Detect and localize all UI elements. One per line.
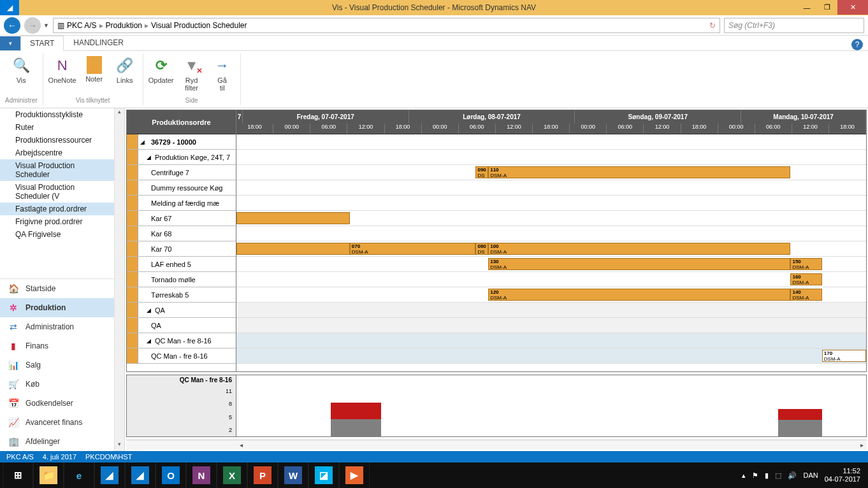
nav-adv-finance[interactable]: 📈Avanceret finans [0,413,124,432]
lang-indicator[interactable]: DAN [803,471,818,479]
gantt-row[interactable]: 130DSM-A 150DSM-A [236,257,866,272]
nav-finance[interactable]: ▮Finans [0,336,124,355]
excel-button[interactable]: X [217,463,247,488]
powerpoint-button[interactable]: P [247,463,278,488]
gantt-row[interactable] [236,196,866,211]
gantt-bar[interactable]: 140DSM-A [790,289,821,301]
left-scrollbar[interactable]: ▴ ▾ [114,108,124,451]
gantt-row[interactable] [236,333,866,348]
refresh-icon[interactable]: ↻ [709,21,716,30]
outlook-button[interactable]: O [156,463,186,488]
gantt-bar[interactable]: 120DSM-A [488,289,790,301]
gantt-row[interactable] [236,180,866,196]
list-item[interactable]: Frigivne prod.ordrer [0,215,114,228]
breadcrumb-part2[interactable]: Produktion [106,21,142,30]
gantt-row[interactable]: 070DSM-A 080DS 100DSM-A [236,241,866,257]
horizontal-scrollbar[interactable]: ◂ ▸ [126,440,867,450]
nav-home[interactable]: 🏠Startside [0,279,124,298]
maximize-button[interactable]: ❐ [817,0,837,15]
table-row[interactable]: ◢QA [127,303,236,318]
tray-up-icon[interactable]: ▴ [742,471,746,480]
gantt-row[interactable] [236,226,866,241]
gantt-row[interactable] [236,211,866,226]
tab-start[interactable]: START [20,36,64,51]
flag-icon[interactable]: ⚑ [752,471,758,480]
goto-button[interactable]: → Gå til [210,55,235,96]
gantt-bar[interactable] [236,212,350,224]
gantt-bar[interactable]: 170DSM-A [822,350,866,362]
table-row[interactable]: Kar 70 [127,241,236,257]
table-row[interactable]: ◢QC Man - fre 8-16 [127,333,236,348]
gantt-bar[interactable]: 080DS [475,243,488,255]
scroll-up-icon[interactable]: ▴ [115,108,124,118]
gantt-row[interactable]: 170DSM-A [236,348,866,364]
gantt-bar[interactable]: 110DSM-A [488,166,790,178]
links-button[interactable]: 🔗 Links [112,55,138,96]
gantt-bar[interactable] [236,243,350,255]
gantt-row[interactable] [236,134,866,150]
nav-approvals[interactable]: 📅Godkendelser [0,394,124,413]
gantt-timeline[interactable]: 7 Fredag, 07-07-2017 Lørdag, 08-07-2017 … [236,110,866,371]
onenote-button[interactable]: N OneNote [48,55,76,96]
gantt-bar[interactable]: 150DSM-A [790,258,821,270]
explorer-button[interactable]: 📁 [33,463,64,488]
breadcrumb[interactable]: ▥ PKC A/S ▸ Produktion ▸ Visual Producti… [53,18,720,33]
forward-button[interactable]: → [24,17,41,34]
table-row[interactable]: LAF enhed 5 [127,257,236,272]
gantt-row[interactable]: 160DSM-A [236,272,866,287]
list-item[interactable]: Ruter [0,121,114,134]
nav-app2-button[interactable]: ◢ [125,463,156,488]
gantt-bar[interactable]: 160DSM-A [790,273,821,285]
nav-sales[interactable]: 📊Salg [0,355,124,375]
notes-button[interactable]: Noter [82,55,107,96]
gantt-bar[interactable]: 090DS [475,166,488,178]
history-dropdown-icon[interactable]: ▼ [43,22,49,29]
gantt-bar[interactable]: 070DSM-A [350,243,476,255]
table-row[interactable]: ◢36729 - 10000 [127,134,236,150]
table-row[interactable]: Kar 67 [127,211,236,226]
nav-departments[interactable]: 🏢Afdelinger [0,432,124,451]
scroll-down-icon[interactable]: ▾ [115,441,124,451]
nav-production[interactable]: ✲Produktion [0,298,124,317]
table-row[interactable]: Centrifuge 7 [127,165,236,180]
onenote-tb-button[interactable]: N [186,463,217,488]
gantt-row[interactable]: 120DSM-A 140DSM-A [236,287,866,303]
load-chart-body[interactable] [236,375,866,436]
start-button[interactable]: ⊞ [3,463,33,488]
gantt-row[interactable] [236,318,866,333]
clock[interactable]: 11:52 04-07-2017 [825,467,860,484]
table-row[interactable]: Kar 68 [127,226,236,241]
list-item-selected[interactable]: Visual Production Scheduler [0,159,114,181]
help-icon[interactable]: ? [851,39,863,50]
nav-admin[interactable]: ⇄Administration [0,317,124,336]
close-button[interactable]: ✕ [837,0,868,15]
breadcrumb-part3[interactable]: Visual Production Scheduler [151,21,247,30]
list-item[interactable]: Produktionsressourcer [0,134,114,147]
volume-icon[interactable]: 🔊 [788,471,797,480]
table-row[interactable]: Melding af færdig mæ [127,196,236,211]
search-input[interactable]: Søg (Ctrl+F3) [724,18,864,33]
scroll-right-icon[interactable]: ▸ [857,441,867,449]
power-icon[interactable]: ▮ [765,471,769,480]
word-button[interactable]: W [278,463,308,488]
table-row[interactable]: Tornado mølle [127,272,236,287]
tab-actions[interactable]: HANDLINGER [64,35,133,50]
gantt-row[interactable] [236,303,866,318]
list-item[interactable]: Visual Production Scheduler (V [0,181,114,203]
scroll-left-icon[interactable]: ◂ [236,441,246,449]
app2-button[interactable]: ▶ [339,463,370,488]
table-row[interactable]: Tørreskab 5 [127,287,236,303]
list-item[interactable]: Produktionsstykliste [0,108,114,121]
nav-app-button[interactable]: ◢ [94,463,125,488]
ie-button[interactable]: e [64,463,94,488]
file-menu[interactable]: ▾ [0,36,20,50]
back-button[interactable]: ← [4,17,20,34]
table-row[interactable]: Dummy ressource Køg [127,180,236,196]
list-item[interactable]: Arbejdscentre [0,147,114,159]
gantt-row[interactable] [236,150,866,165]
gantt-bar[interactable]: 130DSM-A [488,258,790,270]
breadcrumb-root[interactable]: PKC A/S [67,21,97,30]
network-icon[interactable]: ⬚ [775,471,781,480]
list-item[interactable]: Fastlagte prod.ordrer [0,203,114,215]
table-row[interactable]: ◢Produktion Køge, 24T, 7 [127,150,236,165]
